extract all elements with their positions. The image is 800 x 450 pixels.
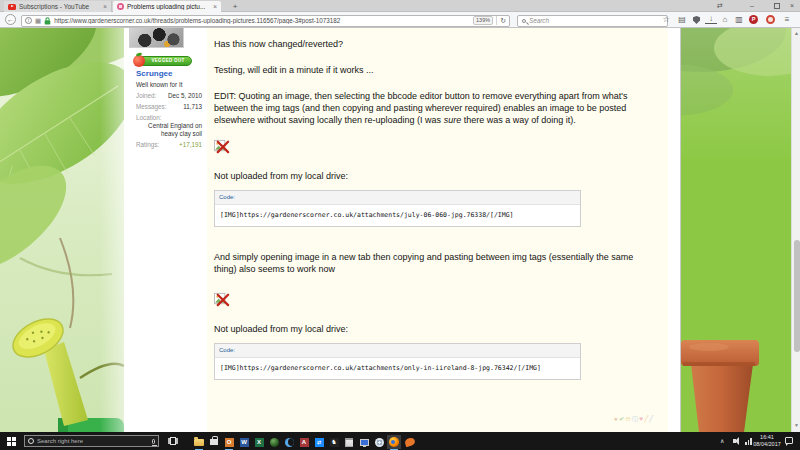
search-placeholder: Search [529,17,549,24]
post-paragraph: Not uploaded from my local drive: [214,170,658,182]
bookmark-star-icon[interactable]: ☆ [660,14,672,26]
tab-close-icon[interactable]: × [101,3,107,10]
minimize-button[interactable]: – [744,0,760,12]
stat-label: Ratings: [136,141,159,149]
blocker-extension-icon[interactable] [766,15,775,24]
zoom-level-indicator[interactable]: 139% [473,16,493,25]
clipboard-icon[interactable]: ▤ [676,14,688,26]
avatar[interactable] [129,28,184,48]
background-leaves-left [0,28,124,432]
green-orb-icon[interactable] [267,435,281,449]
excel-icon[interactable]: X [252,435,266,449]
pin-extension-icon[interactable]: P [749,15,758,24]
screen: Subscriptions - YouTube × Problems uploa… [0,0,800,450]
url-bar[interactable]: i ▦ https://www.gardenerscorner.co.uk/th… [21,15,510,27]
maximize-button[interactable] [774,3,780,9]
calculator-icon[interactable] [342,435,356,449]
user-status-badge: VEGGED OUT [136,56,192,66]
taskbar-search-placeholder: Search right here [37,438,149,444]
downloads-icon[interactable]: ↓ [705,14,717,24]
tab-youtube[interactable]: Subscriptions - YouTube × [4,1,112,12]
code-block-header: Code: [215,344,580,358]
post-paragraph: And simply opening image in a new tab th… [214,251,658,275]
remote-desktop-icon[interactable] [357,435,371,449]
scrollbar-down-icon[interactable]: ▼ [792,422,800,428]
tab-forum-thread[interactable]: Problems uploading pictu... × [113,1,221,12]
outlook-icon[interactable]: O [222,435,236,449]
scrollbar-thumb[interactable] [794,240,800,352]
post-text: there was a way of doing it). [461,115,576,125]
scrollbar-up-icon[interactable]: ▲ [792,30,800,36]
page-info-icon[interactable]: i [25,17,32,24]
https-lock-icon [44,17,51,25]
new-tab-button[interactable]: + [228,1,242,12]
teamviewer-icon[interactable]: ⇄ [312,435,326,449]
search-icon [522,19,526,23]
flip-arrows-icon[interactable]: ⇄ [712,0,728,12]
post-author-sidebar: VEGGED OUT Scrungee Well known for It Jo… [124,28,207,432]
action-center-icon[interactable] [785,437,793,444]
stat-value: +17,191 [179,141,202,149]
username-link[interactable]: Scrungee [136,69,172,78]
post-paragraph: Not uploaded from my local drive: [214,323,658,335]
tab-title: Problems uploading pictu... [127,3,208,10]
library-icon[interactable]: ▥ [733,14,745,26]
taskbar-search-box[interactable]: Search right here [24,435,159,447]
access-icon[interactable]: A [297,435,311,449]
post-paragraph: Has this now changed/reverted? [214,38,658,50]
stat-value: 11,713 [183,103,202,111]
code-block-content[interactable]: [IMG]https://gardenerscorner.co.uk/attac… [215,205,580,226]
scrollbar[interactable]: ▲ ▼ [791,28,800,432]
permissions-icon[interactable]: ▦ [35,18,41,24]
badge-label: VEGGED OUT [151,58,184,63]
code-block-header: Code: [215,191,580,205]
code-block-content[interactable]: [IMG]https://gardenerscorner.co.uk/attac… [215,358,580,379]
file-explorer-icon[interactable] [192,435,206,449]
taskbar-clock[interactable]: 16:41 08/04/2017 [752,434,782,448]
start-button[interactable] [7,437,16,446]
code-block: Code: [IMG]https://gardenerscorner.co.uk… [214,343,581,380]
stat-label: Location: [136,114,162,122]
reaction-bar: ●✔⊖ⓘ♥╱╱ [614,413,654,425]
home-icon[interactable]: ⌂ [719,14,731,26]
clock-date: 08/04/2017 [752,441,782,448]
broken-image-icon[interactable] [214,138,230,154]
stat-label: Joined: [136,92,156,100]
network-icon[interactable] [745,438,752,445]
reaction-creative-icon[interactable]: ╱ [649,415,654,422]
word-icon[interactable]: W [237,435,251,449]
user-stat-row: Joined: Dec 5, 2010 [136,92,202,100]
post-text-italic: sure [444,115,462,125]
reload-icon[interactable]: ↻ [500,17,506,25]
flower-favicon-icon [117,3,124,10]
broken-image-icon[interactable] [214,291,230,307]
firefox-icon[interactable] [387,435,401,449]
user-stat-row: Messages: 11,713 [136,103,202,111]
code-block: Code: [IMG]https://gardenerscorner.co.uk… [214,190,581,227]
user-stat-row: Ratings: +17,191 [136,141,202,149]
stat-value: Dec 5, 2010 [168,92,202,100]
game-icon[interactable]: ♞ [327,435,341,449]
background-pot-right [681,28,791,432]
moon-app-icon[interactable] [282,435,296,449]
orange-app-icon[interactable] [403,435,417,449]
hamburger-menu-icon[interactable]: ≡ [781,14,793,26]
close-button[interactable]: × [784,0,800,12]
user-stats: Joined: Dec 5, 2010 Messages: 11,713 Loc… [136,92,202,152]
microphone-icon[interactable] [152,439,155,444]
divider [496,16,497,25]
post-body: Has this now changed/reverted? Testing, … [207,28,668,432]
store-icon[interactable] [207,435,221,449]
task-view-icon[interactable] [170,437,176,445]
tab-close-icon[interactable]: × [211,3,217,10]
volume-icon[interactable] [733,439,736,443]
stat-label: Messages: [136,103,166,111]
tray-expand-icon[interactable]: ∧ [720,436,724,447]
cortana-icon [28,438,34,444]
disc-icon[interactable] [372,435,386,449]
url-text[interactable]: https://www.gardenerscorner.co.uk/thread… [54,17,470,24]
back-button[interactable]: ← [5,14,16,25]
tab-bar: Subscriptions - YouTube × Problems uploa… [0,0,800,12]
search-bar[interactable]: Search [517,15,668,27]
post-paragraph: Testing, will edit in a minute if it wor… [214,64,658,76]
